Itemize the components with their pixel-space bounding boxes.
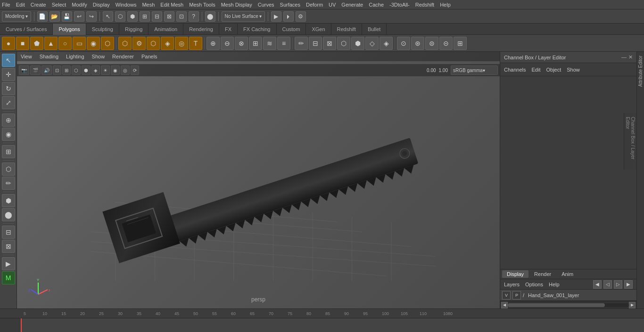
- menu-help[interactable]: Help: [440, 2, 451, 8]
- workspace-dropdown[interactable]: Modeling ▾: [2, 11, 31, 22]
- tab-custom[interactable]: Custom: [277, 24, 306, 35]
- undo-btn[interactable]: ↩: [74, 11, 84, 22]
- vp-sel-mask-btn[interactable]: ⊡: [53, 65, 61, 75]
- layer-tab-display[interactable]: Display: [502, 270, 528, 278]
- vp-menu-shading[interactable]: Shading: [40, 54, 58, 59]
- layer-prev2-btn[interactable]: ◁: [603, 280, 612, 289]
- layer-scroll-right-btn[interactable]: ▶: [629, 302, 636, 308]
- rotate-tool-btn[interactable]: ↻: [2, 82, 15, 95]
- vp-menu-lighting[interactable]: Lighting: [66, 54, 84, 59]
- deform-lt-btn[interactable]: ⬤: [2, 208, 15, 221]
- right-panel-float-btn[interactable]: —: [621, 54, 627, 60]
- snap-point-btn[interactable]: ⊠: [164, 11, 174, 22]
- menu-mesh[interactable]: Mesh: [142, 2, 155, 8]
- wedge-btn[interactable]: ⬢: [351, 37, 364, 50]
- paint-select-lt-btn[interactable]: ✏: [2, 177, 15, 190]
- vp-texture-btn[interactable]: ◈: [91, 65, 100, 75]
- menu-select[interactable]: Select: [52, 2, 66, 8]
- layer-menu-layers[interactable]: Layers: [504, 282, 520, 287]
- quick-sel-btn[interactable]: ⬢: [2, 194, 15, 207]
- menu-generate[interactable]: Generate: [341, 2, 363, 8]
- menu-edit-mesh[interactable]: Edit Mesh: [160, 2, 183, 8]
- menu-surfaces[interactable]: Surfaces: [280, 2, 300, 8]
- platonic-btn[interactable]: ⬡: [118, 37, 132, 50]
- tab-fx-caching[interactable]: FX Caching: [238, 24, 276, 35]
- live-surface-dropdown[interactable]: No Live Surface ▾: [222, 11, 265, 22]
- universal-manip-btn[interactable]: ⊕: [2, 113, 15, 127]
- soft-select-lt-btn[interactable]: ◉: [2, 128, 15, 141]
- extrude-btn[interactable]: ⊟: [309, 37, 322, 50]
- detach-btn[interactable]: ⊝: [439, 37, 453, 50]
- redo-btn[interactable]: ↪: [86, 11, 97, 22]
- layer-scroll-left-btn[interactable]: ◀: [501, 302, 508, 308]
- help-btn[interactable]: ?: [189, 11, 199, 22]
- vp-film-btn[interactable]: 🎬: [30, 65, 41, 75]
- vp-menu-panels[interactable]: Panels: [141, 54, 157, 59]
- sphere-btn[interactable]: ●: [2, 37, 15, 50]
- combine-btn[interactable]: ⊕: [206, 37, 220, 50]
- snap-surface-btn[interactable]: ⊡: [176, 11, 187, 22]
- extract-btn[interactable]: ⊖: [221, 37, 234, 50]
- timeline-track[interactable]: [21, 318, 644, 332]
- merge-btn[interactable]: ⊞: [454, 37, 467, 50]
- right-panel-close-btn[interactable]: ✕: [628, 54, 633, 60]
- cube-btn[interactable]: ■: [16, 37, 29, 50]
- sculpt-btn[interactable]: ✏: [295, 37, 308, 50]
- connect-btn[interactable]: ⊜: [425, 37, 438, 50]
- layer-next-btn[interactable]: ▷: [614, 280, 622, 289]
- vp-shaded-btn[interactable]: ⬢: [82, 65, 91, 75]
- superellipse-btn[interactable]: ◈: [161, 37, 174, 50]
- poke-btn[interactable]: ◇: [365, 37, 379, 50]
- tab-curves-surfaces[interactable]: Curves / Surfaces: [0, 24, 53, 35]
- scale-tool-btn[interactable]: ⤢: [2, 96, 15, 109]
- channel-tab-show[interactable]: Show: [567, 67, 580, 73]
- menu-mesh-tools[interactable]: Mesh Tools: [189, 2, 215, 8]
- pipe-btn[interactable]: ⬡: [101, 37, 114, 50]
- tab-polygons[interactable]: Polygons: [53, 24, 86, 35]
- vp-menu-renderer[interactable]: Renderer: [112, 54, 134, 59]
- menu-display[interactable]: Display: [93, 2, 110, 8]
- smooth-btn[interactable]: ≋: [263, 37, 276, 50]
- vp-shadow-btn[interactable]: ◉: [111, 65, 120, 75]
- torus-btn[interactable]: ○: [58, 37, 72, 50]
- move-tool-btn[interactable]: ✛: [2, 68, 15, 81]
- mirror-btn[interactable]: ⊞: [249, 37, 262, 50]
- open-scene-btn[interactable]: 📂: [50, 11, 60, 22]
- tab-bullet[interactable]: Bullet: [362, 24, 387, 35]
- channel-tab-object[interactable]: Object: [546, 67, 561, 73]
- save-scene-btn[interactable]: 💾: [62, 11, 72, 22]
- menu-redshift[interactable]: Redshift: [415, 2, 434, 8]
- menu-curves[interactable]: Curves: [258, 2, 274, 8]
- vp-ao-btn[interactable]: ◎: [121, 65, 130, 75]
- vp-isolate-btn[interactable]: ⊞: [62, 65, 71, 75]
- channel-tab-edit[interactable]: Edit: [531, 67, 540, 73]
- vp-wireframe-btn[interactable]: ⬡: [72, 65, 81, 75]
- subdiv-btn[interactable]: ◈: [380, 37, 393, 50]
- layer-playback-btn[interactable]: P: [512, 291, 521, 300]
- render-settings-btn[interactable]: ⚙: [296, 11, 306, 22]
- snap-curve-btn[interactable]: ⊟: [152, 11, 162, 22]
- vstrip-attribute-editor[interactable]: Attribute Editor: [637, 52, 644, 90]
- menu-uv[interactable]: UV: [329, 2, 336, 8]
- layer-next2-btn[interactable]: ▶: [624, 280, 633, 289]
- tab-fx[interactable]: FX: [219, 24, 238, 35]
- layer-vis-btn[interactable]: V: [502, 291, 511, 300]
- layer-tab-anim[interactable]: Anim: [557, 270, 578, 278]
- spherical-btn[interactable]: ◎: [175, 37, 188, 50]
- gear-shape-btn[interactable]: ⚙: [132, 37, 146, 50]
- rigging-lt-btn[interactable]: ⊠: [2, 240, 15, 253]
- menu-modify[interactable]: Modify: [72, 2, 87, 8]
- menu-cache[interactable]: Cache: [369, 2, 384, 8]
- cone-btn[interactable]: ▲: [44, 37, 58, 50]
- new-scene-btn[interactable]: 📄: [37, 11, 48, 22]
- layer-prev-btn[interactable]: ◀: [593, 280, 602, 289]
- tab-rigging[interactable]: Rigging: [119, 24, 149, 35]
- layer-tab-render[interactable]: Render: [529, 270, 556, 278]
- vp-menu-show[interactable]: Show: [92, 54, 105, 59]
- tab-xgen[interactable]: XGen: [306, 24, 331, 35]
- maya-logo-btn[interactable]: M: [2, 271, 15, 284]
- tab-animation[interactable]: Animation: [149, 24, 183, 35]
- constraint-btn[interactable]: ⊟: [2, 226, 15, 239]
- paint-select-btn[interactable]: ⬢: [127, 11, 138, 22]
- fill-hole-btn[interactable]: ⬡: [337, 37, 350, 50]
